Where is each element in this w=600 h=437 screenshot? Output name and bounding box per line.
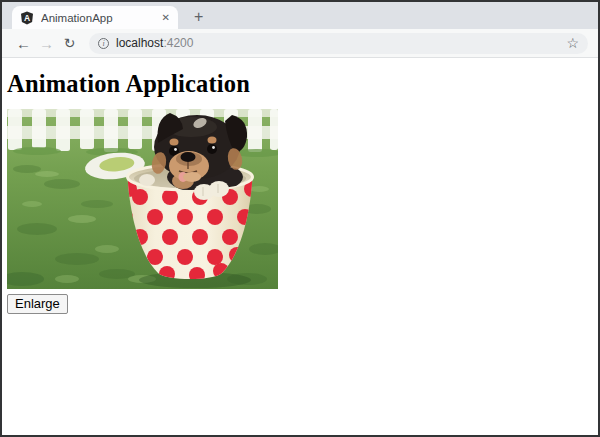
page-title: Animation Application (7, 70, 598, 98)
reload-icon[interactable]: ↻ (58, 36, 81, 50)
url-port: :4200 (163, 36, 193, 50)
browser-window: A AnimationApp ✕ + ← → ↻ i localhost :42… (0, 0, 600, 437)
url-host: localhost (116, 36, 163, 50)
bookmark-star-icon[interactable]: ☆ (566, 36, 579, 50)
browser-toolbar: ← → ↻ i localhost :4200 ☆ (2, 29, 598, 58)
address-bar[interactable]: i localhost :4200 ☆ (89, 33, 588, 54)
browser-tab[interactable]: A AnimationApp ✕ (12, 6, 178, 29)
puppy-photo: Black and tan puppy sitting in a cream c… (7, 109, 278, 289)
new-tab-icon[interactable]: + (194, 9, 203, 25)
favicon-letter: A (24, 13, 30, 23)
page-info-icon[interactable]: i (98, 38, 109, 49)
enlarge-button[interactable]: Enlarge (7, 294, 68, 314)
angular-favicon-icon: A (20, 11, 34, 25)
tab-title: AnimationApp (41, 12, 156, 24)
forward-icon[interactable]: → (35, 36, 58, 51)
back-icon[interactable]: ← (12, 36, 35, 51)
tab-close-icon[interactable]: ✕ (162, 13, 170, 23)
page-content: Animation Application Black and tan pupp… (2, 70, 598, 437)
tab-strip: A AnimationApp ✕ + (2, 2, 598, 29)
